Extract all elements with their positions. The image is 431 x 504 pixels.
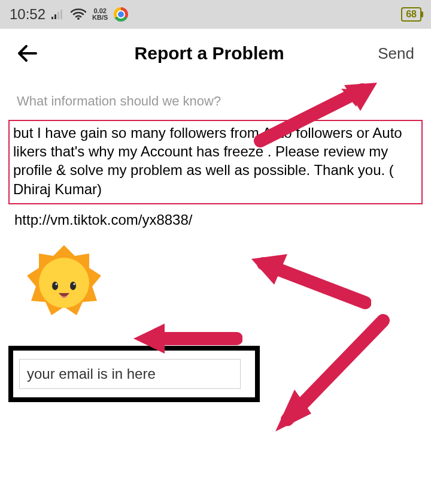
svg-marker-13 [275, 390, 311, 431]
page-title: Report a Problem [135, 43, 284, 64]
svg-point-7 [70, 282, 76, 290]
svg-point-8 [56, 283, 57, 285]
battery-value: 68 [406, 9, 417, 19]
annotation-arrow-textarea [245, 252, 371, 312]
email-input[interactable]: your email is in here [19, 359, 241, 389]
chrome-icon [114, 7, 128, 22]
cellular-signal-icon [51, 9, 65, 20]
svg-marker-11 [251, 254, 287, 285]
app-header: Report a Problem Send [0, 29, 431, 70]
svg-point-4 [77, 17, 80, 20]
svg-rect-3 [60, 10, 62, 19]
status-left: 10:52 0.02 KB/S [10, 6, 128, 23]
svg-rect-1 [54, 14, 56, 19]
svg-point-5 [39, 258, 89, 308]
annotation-arrow-email [263, 312, 395, 443]
report-textarea-highlight: but I have gain so many followers from A… [8, 120, 423, 204]
wifi-icon [71, 8, 86, 20]
profile-url-text[interactable]: http://vm.tiktok.com/yx8838/ [0, 204, 431, 234]
report-textarea[interactable]: but I have gain so many followers from A… [13, 123, 418, 198]
send-button[interactable]: Send [378, 44, 414, 63]
back-button[interactable] [17, 44, 41, 63]
svg-rect-2 [57, 12, 59, 19]
clock-time: 10:52 [10, 6, 45, 23]
network-speed-indicator: 0.02 KB/S [92, 8, 108, 21]
prompt-label: What information should we know? [0, 70, 431, 117]
avatar-image[interactable] [13, 238, 115, 328]
svg-rect-0 [51, 17, 53, 19]
svg-point-9 [74, 283, 75, 285]
network-speed-unit: KB/S [92, 14, 108, 21]
email-highlight-box: your email is in here [8, 346, 260, 402]
battery-indicator: 68 [401, 7, 421, 22]
status-bar: 10:52 0.02 KB/S 68 [0, 0, 431, 29]
svg-point-6 [52, 282, 58, 290]
